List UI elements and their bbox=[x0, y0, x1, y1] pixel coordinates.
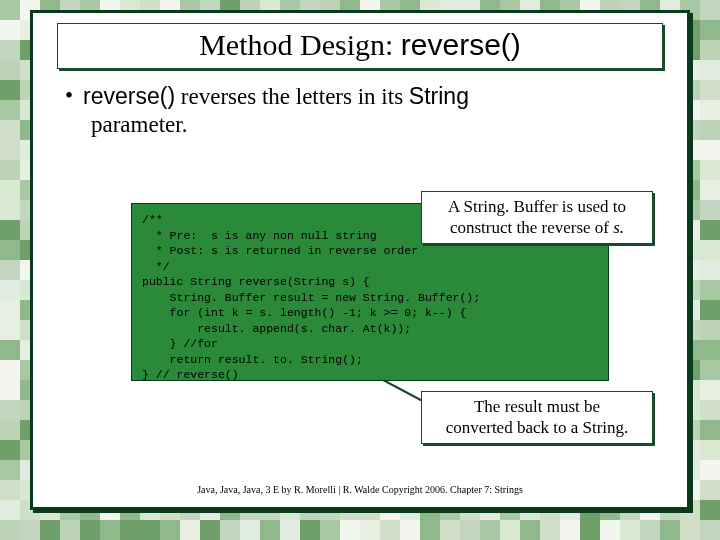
footer-text: Java, Java, Java, 3 E by R. Morelli | R.… bbox=[33, 484, 687, 495]
bullet-text: reverse() reverses the letters in its St… bbox=[83, 83, 469, 110]
bullet-code1: reverse() bbox=[83, 83, 175, 109]
slide-title: Method Design: reverse() bbox=[57, 23, 663, 69]
annot1-line1: A String. Buffer is used to bbox=[432, 196, 642, 217]
title-serif: Method Design: bbox=[199, 28, 401, 61]
bullet-line: • reverse() reverses the letters in its … bbox=[61, 83, 659, 110]
bullet-line2: parameter. bbox=[91, 112, 687, 138]
annot2-line2: converted back to a String. bbox=[432, 417, 642, 438]
annot1-line2: construct the reverse of s. bbox=[432, 217, 642, 238]
bullet-plain1: reverses the letters in its bbox=[175, 84, 409, 109]
slide-frame: Method Design: reverse() • reverse() rev… bbox=[30, 10, 690, 510]
annotation-stringbuffer: A String. Buffer is used to construct th… bbox=[421, 191, 653, 244]
title-sans: reverse() bbox=[401, 28, 521, 61]
bullet-dot: • bbox=[65, 83, 73, 110]
annot2-line1: The result must be bbox=[432, 396, 642, 417]
bullet-code2: String bbox=[409, 83, 469, 109]
annotation-result: The result must be converted back to a S… bbox=[421, 391, 653, 444]
